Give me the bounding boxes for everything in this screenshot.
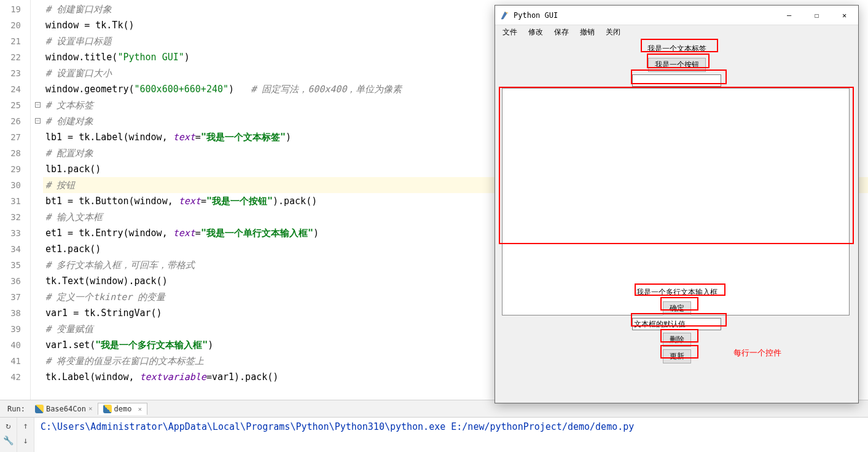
- line-number: 34: [0, 241, 30, 257]
- run-tab-label: demo: [114, 405, 132, 413]
- line-number: 36: [0, 273, 30, 289]
- run-panel-body: ↻ 🔧 ↑ ↓ C:\Users\Administrator\AppData\L…: [0, 418, 868, 452]
- close-icon[interactable]: ×: [88, 405, 93, 413]
- highlight-box: [660, 297, 698, 311]
- run-tab-base64con[interactable]: Base64Con ×: [30, 403, 98, 414]
- tkinter-gui-window[interactable]: Python GUI — ☐ ✕ 文件 修改 保存 撤销 关闭 我是一个文本标签…: [495, 5, 859, 403]
- highlight-box: [647, 54, 710, 68]
- line-number: 28: [0, 145, 30, 161]
- line-number: 24: [0, 81, 30, 97]
- code-text: # 变量赋值: [45, 323, 93, 335]
- line-number: 35: [0, 257, 30, 273]
- maximize-button[interactable]: ☐: [803, 6, 831, 25]
- run-nav: ↑ ↓: [17, 418, 34, 452]
- run-panel: Run: Base64Con × demo × ↻ 🔧 ↑ ↓ C:\Users…: [0, 400, 868, 452]
- code-text: # 按钮: [45, 180, 75, 191]
- code-text: et1.pack(): [45, 244, 101, 255]
- code-text: ): [229, 84, 251, 95]
- line-number: 21: [0, 33, 30, 49]
- code-text: "我是一个多行文本输入框": [95, 339, 208, 351]
- code-text: ): [286, 132, 291, 143]
- code-text: # 定义一个tkinter 的变量: [45, 291, 165, 303]
- gui-body: 我是一个文本标签 我是一个按钮 我是一个多行文本输入框 确定 文本框的默认值 删…: [495, 39, 858, 403]
- code-text: var1.set(: [45, 339, 95, 351]
- arrow-down-button[interactable]: ↓: [19, 434, 33, 447]
- fold-column: – –: [31, 0, 43, 400]
- code-text: bt1 = tk.Button(window,: [45, 196, 179, 207]
- run-toolbar: ↻ 🔧: [0, 418, 17, 452]
- code-text: # 设置串口标题: [45, 36, 112, 47]
- line-number: 22: [0, 49, 30, 65]
- run-label: Run:: [2, 405, 30, 413]
- code-text: text: [179, 196, 201, 207]
- highlight-box: [660, 329, 698, 343]
- line-number: 30: [0, 177, 30, 193]
- code-text: ): [208, 339, 213, 351]
- line-number: 32: [0, 209, 30, 225]
- highlight-box: [660, 345, 698, 359]
- menu-modify[interactable]: 修改: [523, 26, 548, 39]
- code-text: # 配置对象: [45, 148, 93, 159]
- code-text: tk.Label(window,: [45, 371, 140, 383]
- python-icon: [103, 405, 112, 413]
- rerun-button[interactable]: ↻: [2, 419, 15, 432]
- line-number: 41: [0, 353, 30, 369]
- line-number: 20: [0, 17, 30, 33]
- menu-close[interactable]: 关闭: [601, 26, 625, 39]
- python-icon: [35, 405, 44, 413]
- wrench-button[interactable]: 🔧: [2, 434, 15, 447]
- highlight-box: [499, 87, 854, 244]
- line-number: 33: [0, 225, 30, 241]
- highlight-box: [641, 39, 718, 52]
- code-text: text: [173, 228, 195, 239]
- code-text: lb1 = tk.Label(window,: [45, 132, 173, 143]
- gui-window-title: Python GUI: [514, 11, 775, 20]
- code-text: # 文本标签: [45, 100, 93, 111]
- code-text: ): [184, 52, 190, 63]
- menu-save[interactable]: 保存: [549, 26, 574, 39]
- line-number: 29: [0, 161, 30, 177]
- menu-file[interactable]: 文件: [498, 26, 522, 39]
- code-text: textvariable: [140, 371, 206, 383]
- highlight-box: [635, 283, 725, 296]
- gui-menubar: 文件 修改 保存 撤销 关闭: [495, 25, 858, 39]
- window-control-buttons: — ☐ ✕: [775, 6, 858, 25]
- line-number: 27: [0, 129, 30, 145]
- line-number-gutter: 19 20 21 22 23 24 25 26 27 28 29 30 31 3…: [0, 0, 31, 400]
- run-tab-demo[interactable]: demo ×: [98, 403, 148, 415]
- code-text: =: [195, 228, 201, 239]
- code-text: =: [195, 132, 201, 143]
- code-text: window.geometry(: [45, 84, 135, 95]
- fold-marker-icon[interactable]: –: [35, 118, 41, 124]
- code-text: =var1).pack(): [206, 371, 278, 383]
- code-text: # 创建对象: [45, 116, 93, 127]
- run-output-text[interactable]: C:\Users\Administrator\AppData\Local\Pro…: [34, 418, 868, 452]
- close-button[interactable]: ✕: [831, 6, 858, 25]
- code-text: "我是一个单行文本输入框": [201, 228, 313, 239]
- code-text: et1 = tk.Entry(window,: [45, 228, 173, 239]
- code-text: "我是一个文本标签": [201, 132, 286, 143]
- code-text: ).pack(): [273, 196, 317, 207]
- arrow-up-button[interactable]: ↑: [19, 419, 33, 432]
- line-number: 37: [0, 289, 30, 305]
- code-text: # 固定写法，600x400，单位为像素: [251, 84, 402, 95]
- code-text: # 将变量的值显示在窗口的文本标签上: [45, 355, 204, 367]
- code-text: "我是一个按钮": [206, 196, 273, 207]
- close-icon[interactable]: ×: [138, 405, 142, 413]
- line-number: 31: [0, 193, 30, 209]
- line-number: 38: [0, 305, 30, 321]
- code-text: # 输入文本框: [45, 212, 103, 223]
- minimize-button[interactable]: —: [775, 6, 803, 25]
- line-number: 42: [0, 369, 30, 385]
- run-tab-label: Base64Con: [46, 405, 86, 413]
- menu-undo[interactable]: 撤销: [575, 26, 600, 39]
- code-text: tk.Text(window).pack(): [45, 276, 168, 287]
- code-text: # 设置窗口大小: [45, 68, 112, 79]
- code-text: ): [313, 228, 319, 239]
- code-text: lb1.pack(): [45, 164, 101, 175]
- code-text: var1 = tk.StringVar(): [45, 307, 162, 319]
- gui-titlebar[interactable]: Python GUI — ☐ ✕: [495, 6, 858, 25]
- fold-marker-icon[interactable]: –: [35, 102, 41, 108]
- code-text: text: [173, 132, 195, 143]
- line-number: 26: [0, 113, 30, 129]
